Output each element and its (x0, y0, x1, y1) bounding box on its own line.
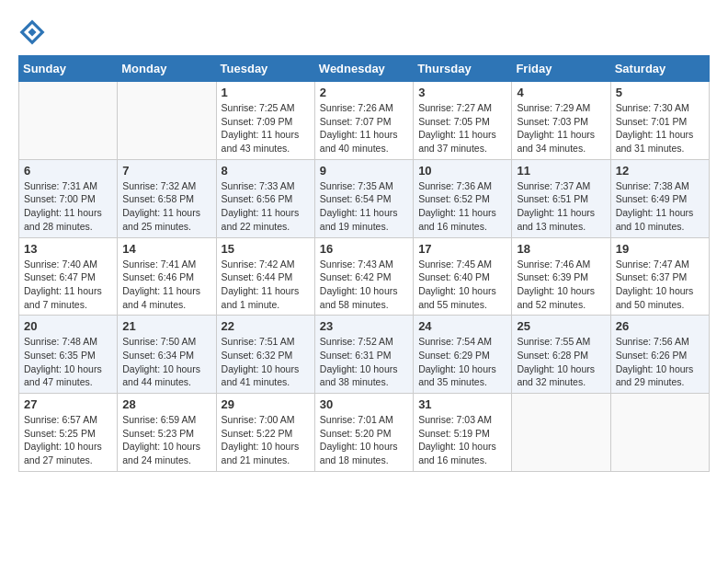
weekday-header: Friday (512, 56, 610, 82)
day-info: Sunrise: 7:01 AM Sunset: 5:20 PM Dayligh… (320, 413, 408, 467)
day-number: 20 (24, 319, 112, 333)
day-info: Sunrise: 7:43 AM Sunset: 6:42 PM Dayligh… (320, 258, 408, 312)
day-info: Sunrise: 7:46 AM Sunset: 6:39 PM Dayligh… (517, 258, 605, 312)
calendar-cell: 1Sunrise: 7:25 AM Sunset: 7:09 PM Daylig… (216, 82, 314, 160)
day-number: 24 (418, 319, 506, 333)
day-info: Sunrise: 7:29 AM Sunset: 7:03 PM Dayligh… (517, 101, 605, 155)
day-info: Sunrise: 7:50 AM Sunset: 6:34 PM Dayligh… (122, 335, 210, 389)
day-info: Sunrise: 7:42 AM Sunset: 6:44 PM Dayligh… (222, 258, 310, 312)
calendar-cell: 13Sunrise: 7:40 AM Sunset: 6:47 PM Dayli… (19, 237, 118, 316)
calendar-cell: 20Sunrise: 7:48 AM Sunset: 6:35 PM Dayli… (19, 316, 118, 394)
calendar-cell: 24Sunrise: 7:54 AM Sunset: 6:29 PM Dayli… (414, 316, 512, 394)
calendar-cell: 14Sunrise: 7:41 AM Sunset: 6:46 PM Dayli… (118, 237, 216, 316)
day-number: 28 (122, 397, 210, 411)
day-number: 15 (222, 242, 310, 256)
day-number: 27 (24, 397, 112, 411)
day-number: 9 (320, 164, 408, 178)
day-info: Sunrise: 7:33 AM Sunset: 6:56 PM Dayligh… (222, 179, 310, 234)
day-info: Sunrise: 7:54 AM Sunset: 6:29 PM Dayligh… (418, 335, 506, 389)
calendar-cell: 7Sunrise: 7:32 AM Sunset: 6:58 PM Daylig… (118, 159, 216, 237)
logo-icon (18, 18, 46, 46)
calendar-cell: 31Sunrise: 7:03 AM Sunset: 5:19 PM Dayli… (414, 394, 512, 472)
day-number: 17 (418, 242, 506, 256)
calendar-week-row: 13Sunrise: 7:40 AM Sunset: 6:47 PM Dayli… (19, 237, 710, 316)
weekday-header: Monday (118, 56, 216, 82)
weekday-header: Saturday (610, 56, 709, 82)
calendar-week-row: 20Sunrise: 7:48 AM Sunset: 6:35 PM Dayli… (19, 316, 710, 394)
calendar-cell: 12Sunrise: 7:38 AM Sunset: 6:49 PM Dayli… (610, 159, 709, 237)
day-info: Sunrise: 7:26 AM Sunset: 7:07 PM Dayligh… (320, 101, 408, 155)
day-number: 16 (320, 242, 408, 256)
day-number: 25 (517, 319, 605, 333)
calendar-cell: 23Sunrise: 7:52 AM Sunset: 6:31 PM Dayli… (314, 316, 413, 394)
day-number: 29 (222, 397, 310, 411)
calendar-cell (512, 394, 610, 472)
calendar-cell: 9Sunrise: 7:35 AM Sunset: 6:54 PM Daylig… (314, 159, 413, 237)
day-info: Sunrise: 7:00 AM Sunset: 5:22 PM Dayligh… (222, 413, 310, 467)
day-number: 3 (418, 86, 506, 99)
calendar-cell: 8Sunrise: 7:33 AM Sunset: 6:56 PM Daylig… (216, 159, 314, 237)
calendar-cell: 3Sunrise: 7:27 AM Sunset: 7:05 PM Daylig… (414, 82, 512, 160)
calendar-cell: 16Sunrise: 7:43 AM Sunset: 6:42 PM Dayli… (314, 237, 413, 316)
day-info: Sunrise: 7:03 AM Sunset: 5:19 PM Dayligh… (418, 413, 506, 467)
day-info: Sunrise: 7:31 AM Sunset: 7:00 PM Dayligh… (24, 179, 112, 234)
calendar-week-row: 27Sunrise: 6:57 AM Sunset: 5:25 PM Dayli… (19, 394, 710, 472)
day-info: Sunrise: 7:51 AM Sunset: 6:32 PM Dayligh… (222, 335, 310, 389)
calendar-cell: 30Sunrise: 7:01 AM Sunset: 5:20 PM Dayli… (314, 394, 413, 472)
day-number: 8 (222, 164, 310, 178)
day-number: 18 (517, 242, 605, 256)
day-info: Sunrise: 7:25 AM Sunset: 7:09 PM Dayligh… (222, 101, 310, 155)
logo (18, 18, 50, 46)
calendar-cell: 28Sunrise: 6:59 AM Sunset: 5:23 PM Dayli… (118, 394, 216, 472)
calendar-cell: 6Sunrise: 7:31 AM Sunset: 7:00 PM Daylig… (19, 159, 118, 237)
day-info: Sunrise: 7:45 AM Sunset: 6:40 PM Dayligh… (418, 258, 506, 312)
calendar-cell: 19Sunrise: 7:47 AM Sunset: 6:37 PM Dayli… (610, 237, 709, 316)
day-number: 23 (320, 319, 408, 333)
day-number: 31 (418, 397, 506, 411)
calendar-cell: 11Sunrise: 7:37 AM Sunset: 6:51 PM Dayli… (512, 159, 610, 237)
calendar-cell: 22Sunrise: 7:51 AM Sunset: 6:32 PM Dayli… (216, 316, 314, 394)
day-number: 22 (222, 319, 310, 333)
day-info: Sunrise: 7:40 AM Sunset: 6:47 PM Dayligh… (24, 258, 112, 312)
calendar-cell: 26Sunrise: 7:56 AM Sunset: 6:26 PM Dayli… (610, 316, 709, 394)
day-info: Sunrise: 7:30 AM Sunset: 7:01 PM Dayligh… (616, 101, 704, 155)
day-info: Sunrise: 6:57 AM Sunset: 5:25 PM Dayligh… (24, 413, 112, 467)
calendar-cell: 5Sunrise: 7:30 AM Sunset: 7:01 PM Daylig… (610, 82, 709, 160)
day-number: 19 (616, 242, 704, 256)
calendar-table: SundayMondayTuesdayWednesdayThursdayFrid… (18, 55, 710, 472)
day-number: 12 (616, 164, 704, 178)
day-number: 11 (517, 164, 605, 178)
day-number: 21 (122, 319, 210, 333)
day-info: Sunrise: 7:35 AM Sunset: 6:54 PM Dayligh… (320, 179, 408, 234)
day-info: Sunrise: 7:55 AM Sunset: 6:28 PM Dayligh… (517, 335, 605, 389)
day-info: Sunrise: 7:48 AM Sunset: 6:35 PM Dayligh… (24, 335, 112, 389)
weekday-header: Wednesday (314, 56, 413, 82)
day-info: Sunrise: 7:32 AM Sunset: 6:58 PM Dayligh… (122, 179, 210, 234)
day-info: Sunrise: 7:47 AM Sunset: 6:37 PM Dayligh… (616, 258, 704, 312)
calendar-cell: 21Sunrise: 7:50 AM Sunset: 6:34 PM Dayli… (118, 316, 216, 394)
weekday-header: Thursday (414, 56, 512, 82)
calendar-cell (610, 394, 709, 472)
day-number: 4 (517, 86, 605, 99)
day-number: 26 (616, 319, 704, 333)
calendar-cell: 15Sunrise: 7:42 AM Sunset: 6:44 PM Dayli… (216, 237, 314, 316)
day-number: 14 (122, 242, 210, 256)
day-number: 7 (122, 164, 210, 178)
page-header (18, 18, 710, 46)
day-info: Sunrise: 7:38 AM Sunset: 6:49 PM Dayligh… (616, 179, 704, 234)
weekday-header: Tuesday (216, 56, 314, 82)
day-info: Sunrise: 7:37 AM Sunset: 6:51 PM Dayligh… (517, 179, 605, 234)
calendar-cell: 27Sunrise: 6:57 AM Sunset: 5:25 PM Dayli… (19, 394, 118, 472)
day-number: 6 (24, 164, 112, 178)
calendar-cell: 18Sunrise: 7:46 AM Sunset: 6:39 PM Dayli… (512, 237, 610, 316)
calendar-cell: 2Sunrise: 7:26 AM Sunset: 7:07 PM Daylig… (314, 82, 413, 160)
day-info: Sunrise: 7:27 AM Sunset: 7:05 PM Dayligh… (418, 101, 506, 155)
weekday-header: Sunday (19, 56, 118, 82)
calendar-week-row: 6Sunrise: 7:31 AM Sunset: 7:00 PM Daylig… (19, 159, 710, 237)
day-info: Sunrise: 7:52 AM Sunset: 6:31 PM Dayligh… (320, 335, 408, 389)
day-info: Sunrise: 6:59 AM Sunset: 5:23 PM Dayligh… (122, 413, 210, 467)
calendar-cell (19, 82, 118, 160)
calendar-cell: 17Sunrise: 7:45 AM Sunset: 6:40 PM Dayli… (414, 237, 512, 316)
day-info: Sunrise: 7:36 AM Sunset: 6:52 PM Dayligh… (418, 179, 506, 234)
day-number: 10 (418, 164, 506, 178)
